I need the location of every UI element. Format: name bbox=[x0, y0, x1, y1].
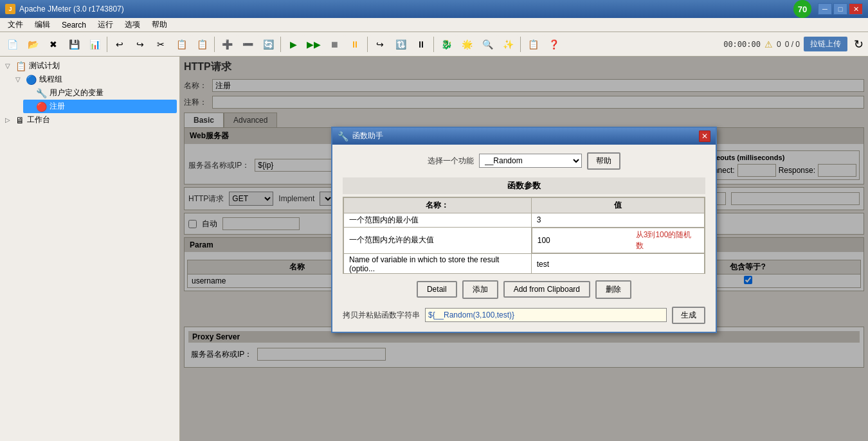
app-title: Apache JMeter (3.0 r1743807) bbox=[19, 4, 124, 14]
content-area: HTTP请求 名称： 注释： Basic Advanced Web服务器 服务器… bbox=[180, 57, 868, 441]
menu-file[interactable]: 文件 bbox=[3, 18, 28, 32]
expand-icon-5: ▷ bbox=[5, 116, 13, 123]
tb-stop[interactable]: ⏹ bbox=[325, 35, 344, 54]
refresh-button[interactable]: ↻ bbox=[851, 37, 865, 51]
params-col-value: 值 bbox=[531, 197, 704, 213]
modal-detail-button[interactable]: Detail bbox=[417, 281, 457, 298]
tb-cut[interactable]: ✂ bbox=[151, 35, 170, 54]
param-value-input-3[interactable] bbox=[537, 260, 683, 269]
param-row-2: 一个范围内允许的最大值 从3到100的随机数 bbox=[344, 227, 705, 253]
thread-group-label: 线程组 bbox=[39, 74, 62, 85]
sidebar-item-register[interactable]: 🔴 注册 bbox=[23, 100, 177, 113]
param-comment-2: 从3到100的随机数 bbox=[636, 230, 699, 251]
workbench-icon: 🖥 bbox=[15, 115, 24, 125]
toolbar-sep-6 bbox=[520, 37, 521, 52]
generate-button[interactable]: 生成 bbox=[672, 307, 705, 324]
sidebar-item-thread-group[interactable]: ▽ 🔵 线程组 bbox=[13, 73, 177, 86]
title-bar: J Apache JMeter (3.0 r1743807) 70 ─ □ ✕ bbox=[0, 0, 868, 18]
tb-search[interactable]: 🔍 bbox=[478, 35, 497, 54]
tb-close[interactable]: ✖ bbox=[44, 35, 63, 54]
func-params-title: 函数参数 bbox=[343, 177, 705, 194]
tb-clear[interactable]: 🐉 bbox=[437, 35, 456, 54]
param-row-3: Name of variable in which to store the r… bbox=[344, 253, 705, 274]
menu-run[interactable]: 运行 bbox=[93, 18, 118, 32]
menu-help[interactable]: 帮助 bbox=[147, 18, 172, 32]
tb-paste[interactable]: 📋 bbox=[192, 35, 212, 54]
param-value-3[interactable] bbox=[531, 253, 704, 274]
tb-open[interactable]: 📂 bbox=[23, 35, 42, 54]
test-plan-icon: 📋 bbox=[15, 61, 26, 71]
modal-overlay: 🔧 函数助手 ✕ 选择一个功能 __Random 帮助 bbox=[180, 57, 868, 441]
tb-collapse[interactable]: ➖ bbox=[238, 35, 257, 54]
menu-edit[interactable]: 编辑 bbox=[30, 18, 55, 32]
sidebar-children: ▽ 🔵 线程组 🔧 用户定义的变量 🔴 注册 bbox=[3, 73, 177, 113]
upload-button[interactable]: 拉链上传 bbox=[804, 37, 847, 51]
tb-remote-start[interactable]: ↪ bbox=[370, 35, 390, 54]
user-vars-icon: 🔧 bbox=[36, 88, 47, 98]
sidebar-item-user-vars[interactable]: 🔧 用户定义的变量 bbox=[23, 86, 177, 100]
modal-title-left: 🔧 函数助手 bbox=[338, 130, 383, 141]
tb-help[interactable]: ❓ bbox=[544, 35, 563, 54]
toolbar-sep-4 bbox=[367, 37, 368, 52]
tb-remote-shutdown[interactable]: ⏸ bbox=[411, 35, 431, 54]
tb-toggle[interactable]: 🔄 bbox=[258, 35, 278, 54]
user-vars-label: 用户定义的变量 bbox=[50, 87, 104, 98]
tb-new[interactable]: 📄 bbox=[3, 35, 22, 54]
close-button[interactable]: ✕ bbox=[849, 3, 863, 15]
tb-expand[interactable]: ➕ bbox=[217, 35, 237, 54]
app-icon: J bbox=[5, 4, 15, 14]
tb-copy[interactable]: 📋 bbox=[172, 35, 191, 54]
modal-title-text: 函数助手 bbox=[352, 130, 383, 141]
copy-paste-input[interactable] bbox=[425, 308, 667, 322]
param-name-3: Name of variable in which to store the r… bbox=[344, 253, 532, 274]
modal-action-row: Detail 添加 Add from Clipboard 删除 bbox=[343, 280, 705, 299]
tb-remote-stop[interactable]: 🔃 bbox=[391, 35, 410, 54]
menu-options[interactable]: 选项 bbox=[120, 18, 145, 32]
sidebar-item-workbench[interactable]: ▷ 🖥 工作台 bbox=[3, 113, 177, 127]
minimize-button[interactable]: ─ bbox=[818, 3, 832, 15]
copy-paste-row: 拷贝并粘贴函数字符串 生成 bbox=[343, 307, 705, 324]
tb-clear-all[interactable]: 🌟 bbox=[457, 35, 476, 54]
param-name-2: 一个范围内允许的最大值 bbox=[344, 227, 532, 253]
modal-title-bar: 🔧 函数助手 ✕ bbox=[332, 128, 716, 145]
menu-bar: 文件 编辑 Search 运行 选项 帮助 bbox=[0, 18, 868, 32]
register-label: 注册 bbox=[50, 101, 65, 112]
toolbar-sep-2 bbox=[214, 37, 215, 52]
thread-group-icon: 🔵 bbox=[26, 75, 37, 85]
param-value-1[interactable] bbox=[531, 213, 704, 227]
tb-start[interactable]: ▶ bbox=[284, 35, 303, 54]
modal-close-button[interactable]: ✕ bbox=[699, 130, 710, 142]
toolbar-right: 00:00:00 ⚠ 0 0 / 0 拉链上传 ↻ bbox=[723, 37, 865, 51]
tb-templates[interactable]: 📋 bbox=[523, 35, 543, 54]
tb-redo[interactable]: ↪ bbox=[131, 35, 150, 54]
param-value-input-2[interactable] bbox=[538, 236, 633, 245]
tb-start-nopause[interactable]: ▶▶ bbox=[304, 35, 323, 54]
modal-delete-button[interactable]: 删除 bbox=[595, 280, 631, 299]
param-value-2[interactable]: 从3到100的随机数 bbox=[532, 228, 705, 253]
title-bar-left: J Apache JMeter (3.0 r1743807) bbox=[5, 4, 124, 14]
elapsed-time: 00:00:00 bbox=[723, 40, 761, 49]
param-name-1: 一个范围内的最小值 bbox=[344, 213, 532, 227]
tb-save[interactable]: 💾 bbox=[64, 35, 84, 54]
tb-shutdown[interactable]: ⏸ bbox=[345, 35, 365, 54]
maximize-button[interactable]: □ bbox=[833, 3, 847, 15]
modal-add-button[interactable]: 添加 bbox=[462, 280, 498, 299]
run-ratio: 0 / 0 bbox=[785, 40, 800, 49]
param-value-input-1[interactable] bbox=[537, 215, 683, 224]
menu-search[interactable]: Search bbox=[57, 19, 91, 31]
modal-body: 选择一个功能 __Random 帮助 函数参数 名称： bbox=[332, 145, 716, 332]
tb-function[interactable]: ✨ bbox=[498, 35, 518, 54]
modal-add-clipboard-button[interactable]: Add from Clipboard bbox=[503, 281, 590, 298]
sidebar-item-test-plan[interactable]: ▽ 📋 测试计划 bbox=[3, 59, 177, 73]
workbench-label: 工作台 bbox=[27, 114, 50, 125]
register-icon: 🔴 bbox=[36, 102, 47, 112]
window-controls: ─ □ ✕ bbox=[818, 3, 863, 15]
sidebar: ▽ 📋 测试计划 ▽ 🔵 线程组 🔧 用户定义的变量 🔴 注册 bbox=[0, 57, 180, 441]
func-params-scroll: 名称： 值 一个范围内的最小值 bbox=[343, 197, 705, 274]
func-params-table: 名称： 值 一个范围内的最小值 bbox=[343, 197, 705, 274]
func-help-button[interactable]: 帮助 bbox=[587, 152, 620, 170]
tb-saveas[interactable]: 📊 bbox=[85, 35, 104, 54]
function-select[interactable]: __Random bbox=[479, 154, 582, 168]
main-layout: ▽ 📋 测试计划 ▽ 🔵 线程组 🔧 用户定义的变量 🔴 注册 bbox=[0, 57, 868, 441]
tb-undo[interactable]: ↩ bbox=[110, 35, 129, 54]
